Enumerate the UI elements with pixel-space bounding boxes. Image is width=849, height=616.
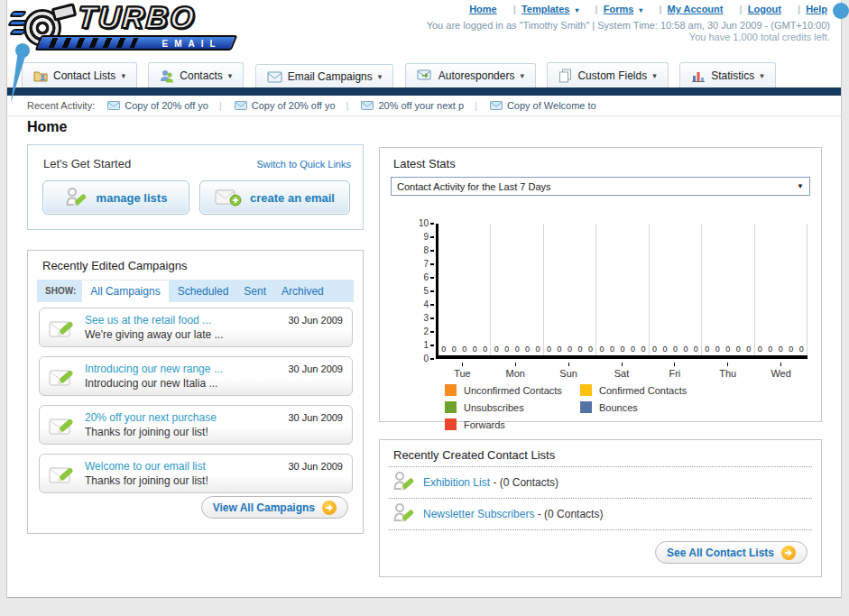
get-started-title: Let's Get Started <box>43 157 131 170</box>
envelope-icon <box>361 101 374 110</box>
campaign-title-link[interactable]: Introducing our new range ... <box>85 363 223 375</box>
nav-separator: | <box>595 4 598 14</box>
legend-label: Bounces <box>599 402 638 413</box>
bar-value-label: 0 <box>568 345 572 354</box>
nav-link-my-account[interactable]: My Account <box>668 4 724 14</box>
filter-archived[interactable]: Archived <box>281 285 324 298</box>
campaign-subtitle: Thanks for joining our list! <box>85 474 208 487</box>
activity-separator: | <box>346 100 349 111</box>
contact-list-row[interactable]: Newsletter Subscribers - (0 Contacts) <box>392 500 808 529</box>
legend-swatch <box>580 384 592 396</box>
stats-report-select[interactable]: Contact Activity for the Last 7 Days ▼ <box>391 177 810 196</box>
bar-value-label: 0 <box>600 345 604 354</box>
campaign-subtitle: Introducing our new Italia ... <box>85 377 217 390</box>
tab-contact-lists[interactable]: Contact Lists ▾ <box>22 62 137 87</box>
nav-link-help[interactable]: Help <box>806 4 827 14</box>
campaign-title-link[interactable]: Welcome to our email list <box>85 460 206 473</box>
campaign-title-link[interactable]: See us at the retail food ... <box>85 314 211 326</box>
bar-value-label: 0 <box>652 345 657 354</box>
view-all-campaigns-button[interactable]: View All Campaigns <box>201 496 348 519</box>
campaigns-panel-title: Recently Edited Campaigns <box>42 259 187 272</box>
legend-item: Bounces <box>580 401 715 413</box>
bar-value-label: 0 <box>536 345 540 354</box>
y-axis-tick-label: 9 <box>423 233 434 242</box>
campaign-row[interactable]: See us at the retail food ... We're givi… <box>39 308 353 347</box>
tab-contacts[interactable]: Contacts ▾ <box>148 62 244 87</box>
manage-lists-label: manage lists <box>97 191 168 205</box>
nav-link-home[interactable]: Home <box>469 4 497 14</box>
recent-activity-item[interactable]: Copy of 20% off yo <box>235 100 336 111</box>
chart-yaxis: 012345678910 <box>401 224 434 359</box>
dotted-divider <box>389 466 812 467</box>
nav-link-forms[interactable]: Forms <box>604 4 634 14</box>
bar-value-label: 0 <box>768 345 772 354</box>
session-info: You are logged in as "Timothy Smith" | S… <box>427 20 830 31</box>
turbo-email-logo[interactable]: TURBO EMAIL <box>11 2 247 52</box>
folder-contact-icon <box>33 69 48 83</box>
chevron-down-icon: ▾ <box>520 71 524 80</box>
campaign-date: 30 Jun 2009 <box>288 461 343 472</box>
bar-value-label: 0 <box>715 345 720 354</box>
bar-value-label: 0 <box>504 345 509 354</box>
activity-separator: | <box>475 100 477 111</box>
contact-list-text: Exhibition List - (0 Contacts) <box>423 476 558 489</box>
recent-activity-item[interactable]: Copy of 20% off yo <box>107 100 208 111</box>
logo-flame-icon <box>9 11 27 17</box>
tab-statistics[interactable]: Statistics ▾ <box>679 62 776 87</box>
bar-value-labels: 00000 <box>755 345 807 354</box>
bar-value-label: 0 <box>789 345 793 354</box>
top-navigation: Home | Templates▾ | Forms▾ | My Account … <box>466 4 830 14</box>
create-an-email-button[interactable]: create an email <box>199 180 350 215</box>
legend-swatch <box>445 401 457 413</box>
recent-activity-bar: Recent Activity: Copy of 20% off yo | Co… <box>7 96 841 116</box>
credits-info: You have 1,000 total credits left. <box>689 32 830 42</box>
bar-value-label: 0 <box>462 345 466 354</box>
contact-list-link[interactable]: Newsletter Subscribers <box>423 508 534 520</box>
header: TURBO EMAIL Home | Templates▾ | Forms▾ |… <box>7 0 841 57</box>
navy-divider-bar <box>7 87 841 96</box>
activity-item-label: 20% off your next p <box>378 100 464 111</box>
see-all-contact-lists-button[interactable]: See All Contact Lists <box>655 541 807 564</box>
filter-scheduled[interactable]: Scheduled <box>178 285 229 298</box>
bar-value-label: 0 <box>799 345 804 354</box>
nav-link-logout[interactable]: Logout <box>748 4 781 14</box>
campaign-date: 30 Jun 2009 <box>288 412 343 423</box>
recent-activity-item[interactable]: Copy of Welcome to <box>490 100 596 111</box>
corner-dot-decoration <box>833 3 849 19</box>
tab-label: Autoresponders <box>438 69 515 82</box>
campaign-title-link[interactable]: 20% off your next purchase <box>85 411 217 424</box>
legend-item: Unconfirmed Contacts <box>445 384 580 396</box>
person-pencil-icon <box>65 186 88 209</box>
contact-list-row[interactable]: Exhibition List - (0 Contacts) <box>392 468 808 497</box>
chart-plot: 00000000000000000000000000000000000 <box>436 224 807 359</box>
contact-list-link[interactable]: Exhibition List <box>423 476 490 489</box>
contact-list-text: Newsletter Subscribers - (0 Contacts) <box>423 508 603 520</box>
chart-legend: Unconfirmed ContactsConfirmed ContactsUn… <box>445 384 815 436</box>
envelope-icon <box>267 71 282 83</box>
see-all-contact-lists-label: See All Contact Lists <box>667 547 774 559</box>
filter-all-campaigns[interactable]: All Campaigns <box>82 280 168 302</box>
chevron-down-icon[interactable]: ▾ <box>575 6 578 14</box>
switch-to-quick-links[interactable]: Switch to Quick Links <box>256 159 351 170</box>
campaign-row[interactable]: Introducing our new range ... Introducin… <box>39 356 353 396</box>
recent-activity-item[interactable]: 20% off your next p <box>361 100 464 111</box>
bar-value-label: 0 <box>483 345 487 354</box>
manage-lists-button[interactable]: manage lists <box>42 180 189 215</box>
y-axis-tick-label: 7 <box>423 260 434 269</box>
chevron-down-icon[interactable]: ▾ <box>639 6 642 14</box>
logo-subtitle: EMAIL <box>161 39 221 49</box>
envelope-arrow-icon <box>417 69 433 83</box>
tab-autoresponders[interactable]: Autoresponders ▾ <box>405 63 536 88</box>
campaign-row[interactable]: 20% off your next purchase Thanks for jo… <box>39 405 353 445</box>
y-axis-tick-label: 4 <box>423 300 434 309</box>
contact-list-meta: - (0 Contacts) <box>490 476 558 489</box>
filter-sent[interactable]: Sent <box>244 285 266 298</box>
nav-link-templates[interactable]: Templates <box>521 4 570 14</box>
campaign-date: 30 Jun 2009 <box>288 363 343 374</box>
tab-custom-fields[interactable]: Custom Fields ▾ <box>547 62 668 87</box>
tab-email-campaigns[interactable]: Email Campaigns ▾ <box>255 64 394 89</box>
recent-activity-label: Recent Activity: <box>27 100 95 111</box>
campaign-filter-bar: SHOW: All Campaigns Scheduled Sent Archi… <box>37 280 354 302</box>
campaign-row[interactable]: Welcome to our email list Thanks for joi… <box>39 454 353 493</box>
people-icon <box>160 69 174 83</box>
